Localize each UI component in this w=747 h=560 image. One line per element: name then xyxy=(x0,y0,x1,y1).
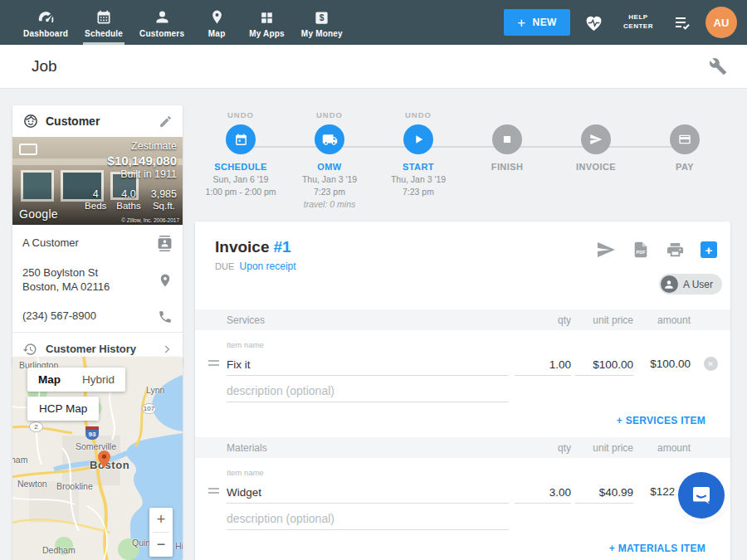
map-type-toggle: Map Hybrid xyxy=(27,368,125,392)
due-terms-link[interactable]: Upon receipt xyxy=(240,261,296,272)
material-unit-price-input[interactable] xyxy=(575,482,633,504)
drag-handle-icon[interactable] xyxy=(208,485,227,504)
assignee-chip[interactable]: A User xyxy=(659,274,722,295)
undo-omw-button[interactable]: UNDO xyxy=(316,110,343,124)
edit-customer-icon[interactable] xyxy=(159,114,173,129)
job-tools-icon[interactable] xyxy=(709,57,727,75)
map-type-map-button[interactable]: Map xyxy=(27,368,71,392)
qty-column-header: qty xyxy=(515,442,571,454)
drag-handle-icon[interactable] xyxy=(208,358,227,376)
new-button-label: NEW xyxy=(533,17,557,28)
nav-item-customers[interactable]: Customers xyxy=(131,0,193,45)
nav-label: Customers xyxy=(139,29,184,38)
map-pin-icon xyxy=(209,7,225,26)
svg-text:$: $ xyxy=(320,13,325,22)
undo-schedule-button[interactable]: UNDO xyxy=(227,110,254,124)
customer-name-row: A Customer xyxy=(12,225,183,259)
property-photo[interactable]: Zestimate $10,149,080 Built in 1911 4Bed… xyxy=(12,137,183,225)
street-view-icon[interactable] xyxy=(19,144,37,155)
health-heart-icon[interactable] xyxy=(583,12,604,33)
pdf-icon[interactable]: PDF xyxy=(632,241,650,259)
item-name-label: Item name xyxy=(227,468,730,477)
chat-messenger-button[interactable] xyxy=(678,472,725,519)
amount-column-header: amount xyxy=(633,442,691,454)
material-item-row: $122.97 ✕ xyxy=(195,478,730,504)
materials-section-label: Materials xyxy=(227,442,515,454)
schedule-icon xyxy=(95,7,112,26)
pay-card-icon[interactable] xyxy=(670,124,700,154)
send-invoice-icon[interactable] xyxy=(596,240,616,260)
timeline-step-pay: PAY xyxy=(643,110,726,209)
zoom-in-button[interactable]: + xyxy=(149,508,173,532)
zestimate-value: $10,149,080 xyxy=(108,153,177,169)
map-type-hybrid-button[interactable]: Hybrid xyxy=(71,368,125,392)
hcp-map-button[interactable]: HCP Map xyxy=(27,397,99,421)
map-widget: Burlington Lynn Somerville ham Boston Ne… xyxy=(12,357,183,560)
nav-item-map[interactable]: Map xyxy=(193,0,241,45)
zoom-out-button[interactable]: − xyxy=(149,533,173,557)
customer-phone: (234) 567-8900 xyxy=(22,309,151,324)
svg-text:PDF: PDF xyxy=(637,250,647,255)
start-play-icon[interactable] xyxy=(403,124,433,154)
invoice-title: Invoice#1 xyxy=(215,238,291,256)
nav-item-dashboard[interactable]: Dashboard xyxy=(15,0,76,45)
schedule-step-icon[interactable] xyxy=(226,124,256,154)
phone-icon[interactable] xyxy=(158,309,173,324)
nav-item-my-money[interactable]: $ My Money xyxy=(293,0,351,45)
material-description-row xyxy=(227,509,730,530)
invoice-send-icon[interactable] xyxy=(581,124,611,154)
photo-attribution: © Zillow, Inc. 2006-2017 xyxy=(121,217,179,223)
nav-label: My Apps xyxy=(249,29,285,38)
timeline-step-finish: FINISH xyxy=(466,110,549,209)
print-icon[interactable] xyxy=(666,241,685,260)
job-status-timeline: UNDO SCHEDULE Sun, Jan 6 '19 1:00 pm - 2… xyxy=(195,110,730,220)
customer-phone-row: (234) 567-8900 xyxy=(12,302,183,332)
omw-truck-icon[interactable] xyxy=(315,124,344,154)
location-pin-icon[interactable] xyxy=(158,273,173,288)
service-description-input[interactable] xyxy=(227,381,509,402)
customer-name: A Customer xyxy=(22,236,150,251)
stat-baths: 4.0Baths xyxy=(116,188,140,211)
service-qty-input[interactable] xyxy=(515,354,571,376)
nav-item-schedule[interactable]: Schedule xyxy=(76,0,131,45)
user-avatar[interactable]: AU xyxy=(706,7,737,38)
material-name-input[interactable] xyxy=(227,482,509,504)
dashboard-icon xyxy=(37,7,55,26)
zestimate-overlay: Zestimate $10,149,080 Built in 1911 xyxy=(108,140,177,182)
task-list-icon[interactable] xyxy=(672,12,692,32)
service-unit-price-input[interactable] xyxy=(575,354,633,376)
add-services-item-link[interactable]: + SERVICES ITEM xyxy=(617,415,706,426)
nav-item-my-apps[interactable]: My Apps xyxy=(241,0,293,45)
job-location-pin[interactable] xyxy=(98,450,110,468)
customer-card: Customer Zestimate $10,149,080 Built in … xyxy=(12,105,183,366)
money-icon: $ xyxy=(314,7,330,26)
customer-face-icon xyxy=(22,113,39,129)
add-invoice-button[interactable]: + xyxy=(701,241,717,258)
item-name-label: Item name xyxy=(227,340,730,349)
add-materials-item-link[interactable]: + MATERIALS ITEM xyxy=(609,543,706,554)
material-description-input[interactable] xyxy=(227,509,509,530)
nav-label: Dashboard xyxy=(23,29,68,38)
built-year: Built in 1911 xyxy=(108,168,177,182)
nav-right-cluster: + NEW HELP CENTER AU xyxy=(504,0,747,45)
materials-section-header: Materials qty unit price amount xyxy=(195,437,730,458)
help-center-link[interactable]: HELP CENTER xyxy=(618,13,659,32)
qty-column-header: qty xyxy=(515,314,571,326)
undo-start-button[interactable]: UNDO xyxy=(405,110,432,124)
stat-beds: 4Beds xyxy=(85,188,106,211)
assignee-avatar-icon xyxy=(661,275,678,293)
finish-stop-icon[interactable] xyxy=(492,124,522,154)
contact-card-icon[interactable] xyxy=(157,236,173,251)
delete-service-item-icon[interactable]: ✕ xyxy=(704,357,718,371)
services-section-header: Services qty unit price amount xyxy=(195,309,730,330)
page-title: Job xyxy=(32,57,57,75)
material-qty-input[interactable] xyxy=(515,482,571,504)
service-name-input[interactable] xyxy=(227,354,509,376)
route-2-shield: 2 xyxy=(29,421,43,432)
timeline-step-start: UNDO START Thu, Jan 3 '19 7:23 pm xyxy=(377,110,460,209)
nav-label: Schedule xyxy=(85,29,123,38)
services-section-label: Services xyxy=(227,314,515,326)
nav-label: Map xyxy=(208,29,226,38)
top-nav: Dashboard Schedule Customers Map My Apps… xyxy=(0,0,747,45)
new-button[interactable]: + NEW xyxy=(504,9,570,36)
